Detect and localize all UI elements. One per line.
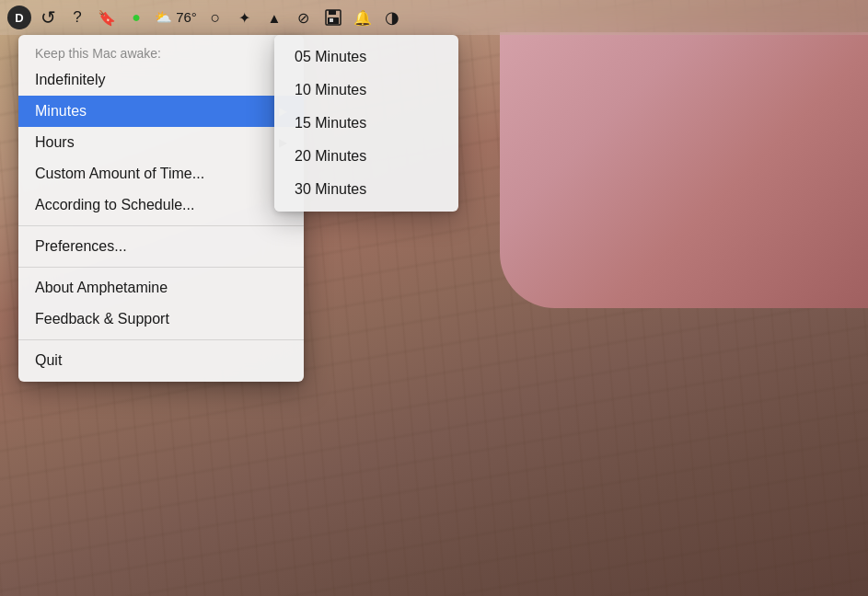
notifications-icon[interactable]: 🔔 — [350, 5, 376, 30]
blocked-icon[interactable]: ⊘ — [291, 5, 317, 30]
alert-icon[interactable]: ▲ — [261, 5, 287, 30]
menu-item-schedule[interactable]: According to Schedule... — [18, 189, 304, 221]
floppy-icon[interactable] — [320, 5, 346, 30]
menu-bar: D ↺ ? 🔖 ● ⛅ 76° ○ ✦ ▲ ⊘ 🔔 ◑ — [0, 0, 868, 35]
menu-item-preferences[interactable]: Preferences... — [18, 231, 304, 262]
dropbox-icon[interactable]: ✦ — [232, 5, 258, 30]
minutes-submenu: 05 Minutes 10 Minutes 15 Minutes 20 Minu… — [274, 35, 458, 212]
submenu-item-15min[interactable]: 15 Minutes — [274, 107, 458, 140]
toggle-icon[interactable]: ◑ — [379, 5, 405, 30]
menu-item-feedback[interactable]: Feedback & Support — [18, 304, 304, 335]
backup-icon[interactable]: ↺ — [35, 5, 61, 30]
menu-item-indefinitely[interactable]: Indefinitely — [18, 64, 304, 96]
weather-icon[interactable]: ⛅ 76° — [153, 5, 199, 30]
amphetamine-menubar-icon[interactable]: D — [7, 6, 31, 29]
circle-outline-icon[interactable]: ○ — [203, 5, 228, 30]
svg-rect-1 — [329, 10, 336, 15]
divider-2 — [18, 267, 304, 268]
sky-area — [500, 32, 868, 308]
divider-1 — [18, 225, 304, 226]
submenu-item-30min[interactable]: 30 Minutes — [274, 173, 458, 206]
help-icon[interactable]: ? — [64, 5, 90, 30]
menu-item-hours[interactable]: Hours ▶ — [18, 127, 304, 158]
menu-item-minutes[interactable]: Minutes ▶ — [18, 96, 304, 127]
green-dot-icon: ● — [123, 5, 149, 30]
menu-item-custom[interactable]: Custom Amount of Time... — [18, 158, 304, 189]
svg-rect-3 — [330, 18, 333, 22]
main-dropdown-menu: Keep this Mac awake: Indefinitely Minute… — [18, 35, 304, 382]
menu-header: Keep this Mac awake: — [18, 40, 304, 64]
submenu-item-5min[interactable]: 05 Minutes — [274, 40, 458, 74]
bookmark-icon[interactable]: 🔖 — [94, 5, 120, 30]
menu-item-about[interactable]: About Amphetamine — [18, 272, 304, 304]
submenu-item-10min[interactable]: 10 Minutes — [274, 74, 458, 107]
menu-item-quit[interactable]: Quit — [18, 345, 304, 376]
submenu-item-20min[interactable]: 20 Minutes — [274, 140, 458, 173]
divider-3 — [18, 339, 304, 340]
